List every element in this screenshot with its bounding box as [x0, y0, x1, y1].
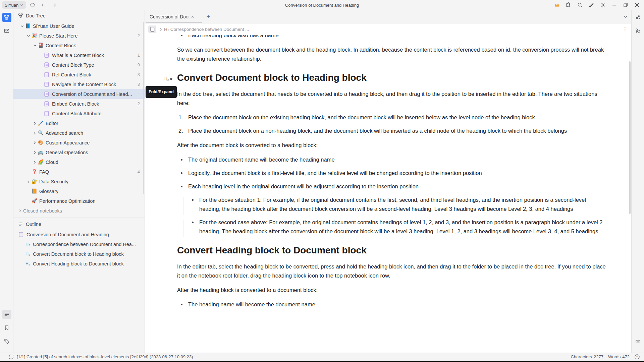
fold-expand-tooltip: Fold/Expand [146, 86, 177, 98]
doc-tree-icon [18, 13, 23, 18]
inbox-icon[interactable] [2, 26, 11, 36]
toggle-chevron-icon[interactable] [32, 139, 38, 146]
list-item[interactable]: 1.Place the document block on the existi… [177, 113, 606, 122]
outline-title: Outline [26, 222, 41, 227]
doc-tree-icon[interactable] [2, 13, 11, 22]
editor-scrollbar[interactable] [629, 61, 631, 214]
list-item[interactable]: Logically, the document block is a first… [177, 169, 606, 178]
doc-tree-item[interactable]: What is a Content Block1 [13, 50, 145, 60]
heading-block[interactable]: H₂Convert Document block to Heading bloc… [177, 71, 606, 84]
doc-tree-notebook-item[interactable]: 📙Glossary [13, 186, 145, 196]
tab-list-chevron-icon[interactable] [623, 14, 628, 19]
list-item[interactable]: Each heading level in the original docum… [177, 182, 606, 236]
doc-tree-notebook-item[interactable]: 🎴Content Block [13, 41, 145, 50]
list-item[interactable]: For the second case above: For example, … [188, 218, 606, 236]
ordered-list-block[interactable]: 1.Place the document block on the existi… [177, 113, 606, 135]
workspace-menu-button[interactable]: SiYuan [2, 1, 26, 9]
svg-text:?: ? [636, 355, 638, 359]
toggle-chevron-icon[interactable] [25, 178, 32, 185]
plugin-icon[interactable] [564, 1, 574, 9]
global-graph-icon[interactable] [633, 26, 643, 36]
bullet-list-block[interactable]: Each heading block also has a name [177, 35, 606, 40]
doc-tree-item[interactable]: Embed Content Block2 [13, 99, 145, 109]
vip-crown-icon[interactable] [552, 1, 562, 9]
forward-icon[interactable] [50, 1, 58, 9]
item-label: Glossary [39, 189, 58, 194]
search-icon[interactable] [575, 1, 585, 9]
closed-notebooks-item[interactable]: Closed notebooks [13, 206, 145, 216]
doc-tree-notebook-item[interactable]: 🖌️Editor [13, 118, 145, 128]
fold-triangle-icon[interactable] [170, 78, 172, 80]
doc-tree-item[interactable]: Content Block Type9 [13, 60, 145, 70]
sidebar-scrollbar[interactable] [143, 22, 144, 194]
doc-tree-item[interactable]: Ref Content Block3 [13, 70, 145, 79]
list-item[interactable]: For the above situation 1: For example, … [188, 195, 606, 214]
list-item[interactable]: Each heading block also has a name [177, 35, 606, 40]
list-item[interactable]: The heading name will become the documen… [177, 300, 606, 309]
heading-gutter-fold-button[interactable]: H₂ [164, 75, 172, 84]
paragraph-block[interactable]: After the heading block is converted to … [177, 286, 606, 295]
cloud-sync-icon[interactable] [28, 1, 37, 9]
bullet-icon [181, 186, 182, 187]
tag-icon[interactable] [2, 337, 11, 346]
doc-tree-notebook-item[interactable]: ❓FAQ4 [13, 167, 145, 177]
doc-tree-notebook-item[interactable]: 🚌General Operations [13, 147, 145, 157]
outline-icon[interactable] [2, 310, 11, 319]
doc-tree-notebook-item[interactable]: 🚀Performance Optimization [13, 196, 145, 206]
outline-panel: Outline Conversion of Document and Headi… [13, 218, 145, 268]
breadcrumb[interactable]: H₂ Correspondence between Document ... [164, 27, 249, 32]
toggle-chevron-icon[interactable] [32, 42, 38, 49]
bookmark-icon[interactable] [2, 323, 11, 333]
heading-block[interactable]: Convert Heading block to Document block [177, 244, 606, 257]
graph-icon[interactable] [633, 13, 643, 22]
toggle-chevron-icon[interactable] [32, 130, 38, 136]
right-dock [631, 10, 644, 353]
document-icon[interactable] [148, 25, 156, 33]
bullet-list-block[interactable]: The original document name will become t… [177, 155, 606, 236]
editor[interactable]: Each heading block also has a nameSo we … [145, 35, 631, 353]
chevron-right-icon[interactable] [17, 207, 23, 214]
new-tab-button[interactable]: + [203, 10, 214, 23]
list-item[interactable]: The original document name will become t… [177, 155, 606, 164]
doc-tree-notebook-item[interactable]: 📘SiYuan User Guide [13, 21, 145, 31]
doc-tree-notebook-item[interactable]: 🔐Data Security [13, 177, 145, 186]
tab-conversion-of-document[interactable]: Conversion of Docum × [145, 10, 203, 23]
restore-icon[interactable] [621, 1, 631, 9]
item-emoji-icon: 🔐 [32, 179, 39, 184]
toggle-chevron-icon[interactable] [32, 159, 38, 165]
help-icon[interactable]: ? [634, 354, 640, 360]
doc-tree-item[interactable]: Conversion of Document and Head... [13, 89, 145, 99]
theme-icon[interactable] [598, 1, 608, 9]
doc-tree-notebook-item[interactable]: 🔍Advanced search [13, 128, 145, 138]
window-title: Conversion of Document and Heading [0, 3, 644, 8]
paragraph-block[interactable]: So we can convert between the document b… [177, 45, 606, 63]
doc-tree-item[interactable]: Content Block Attribute [13, 109, 145, 118]
doc-tree-item[interactable]: Navigate in the Content Block3 [13, 79, 145, 89]
bullet-list-block[interactable]: The heading name will become the documen… [177, 300, 606, 309]
doc-tree-notebook-item[interactable]: 🌈Cloud [13, 157, 145, 167]
outline-item[interactable]: Conversion of Document and Heading [13, 230, 145, 239]
outline-item[interactable]: H₂Convert Document block to Heading bloc… [13, 249, 145, 259]
paragraph-block[interactable]: In the doc tree, select the document tha… [177, 89, 606, 108]
toggle-chevron-icon[interactable] [25, 33, 32, 39]
paragraph-block[interactable]: In the editor tab, select the heading bl… [177, 262, 606, 280]
paragraph-block[interactable]: After the document block is converted to… [177, 141, 606, 150]
doc-tree-header: Doc Tree [13, 10, 145, 21]
outline-item[interactable]: H₂Correspondence between Document and He… [13, 239, 145, 249]
toggle-chevron-icon[interactable] [19, 23, 25, 29]
doc-tree-notebook-item[interactable]: 🎉Please Start Here2 [13, 31, 145, 41]
minimize-icon[interactable] [609, 1, 619, 9]
more-menu-icon[interactable]: ⋮ [623, 26, 628, 32]
toggle-chevron-icon[interactable] [32, 149, 38, 156]
item-label: Performance Optimization [39, 198, 96, 204]
outline-item[interactable]: H₂Convert Heading block to Document bloc… [13, 259, 145, 268]
back-icon[interactable] [39, 1, 48, 9]
edit-mode-icon[interactable] [586, 1, 596, 9]
backlinks-icon[interactable] [633, 337, 643, 346]
doc-tree-notebook-item[interactable]: 🎨Custom Appearance [13, 138, 145, 147]
toggle-chevron-icon[interactable] [32, 120, 38, 126]
list-item[interactable]: 2.Place the document block on a non-head… [177, 126, 606, 135]
item-label: Custom Appearance [46, 140, 90, 145]
tab-close-icon[interactable]: × [191, 14, 194, 19]
close-icon[interactable] [632, 1, 642, 9]
